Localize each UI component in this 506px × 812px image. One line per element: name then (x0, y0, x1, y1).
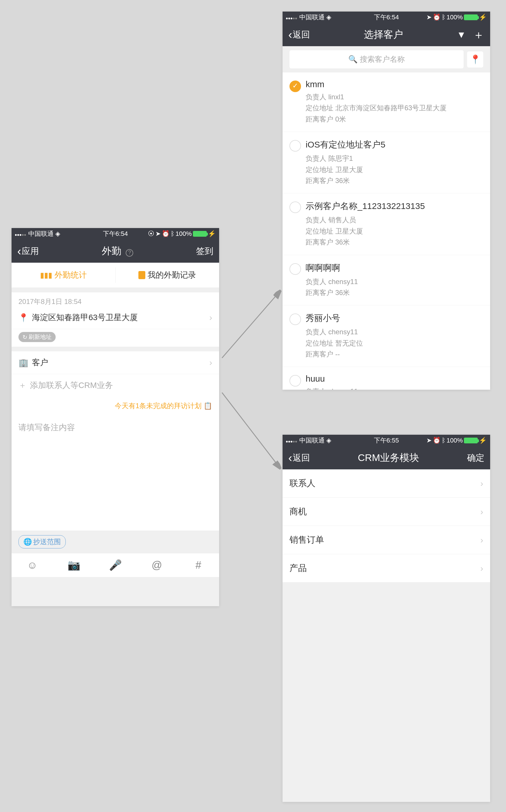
add-crm-row[interactable]: ＋ 添加联系人等CRM业务 (11, 374, 219, 397)
customer-name: huuu (306, 374, 483, 384)
status-bar: 中国联通 ◈ 下午6:54 ⦿ ➤ ⏰ ᛒ 100% ⚡ (11, 228, 219, 240)
compass-icon: ⦿ (148, 230, 154, 238)
chevron-left-icon: ‹ (17, 245, 21, 257)
voice-button[interactable]: 🎤 (95, 553, 136, 577)
radio-icon[interactable] (289, 201, 301, 213)
bluetooth-icon: ᛒ (442, 437, 445, 444)
pin-icon: 📍 (18, 313, 28, 323)
customer-meta: 负责人 chensy11定位地址 暂无定位距离客户 -- (306, 327, 483, 360)
bar-chart-icon: ▮▮▮ (40, 271, 52, 280)
checkin-button[interactable]: 签到 (196, 245, 214, 257)
crm-module-item[interactable]: 联系人› (282, 469, 490, 498)
battery-icon (193, 231, 207, 237)
chevron-left-icon: ‹ (288, 29, 292, 41)
chevron-right-icon: › (480, 507, 483, 517)
wifi-icon: ◈ (326, 14, 331, 21)
crm-module-item[interactable]: 商机› (282, 498, 490, 526)
customer-label: 客户 (32, 357, 209, 368)
location-row[interactable]: 📍 海淀区知春路甲63号卫星大厦 › (11, 306, 219, 329)
bluetooth-icon: ᛒ (171, 230, 174, 238)
chevron-right-icon: › (209, 313, 212, 323)
customer-item[interactable]: 啊啊啊啊负责人 chensy11距离客户 36米 (282, 255, 490, 306)
plus-icon: ＋ (18, 380, 26, 391)
alarm-icon: ⏰ (162, 230, 170, 238)
charging-icon: ⚡ (479, 14, 487, 21)
radio-icon[interactable] (289, 263, 301, 275)
radio-icon[interactable] (289, 140, 301, 151)
back-button[interactable]: ‹ 返回 (288, 452, 310, 464)
refresh-icon: ↻ (22, 334, 27, 341)
nav-bar: ‹ 应用 外勤 ? 签到 (11, 240, 219, 263)
customer-name: 秀丽小号 (306, 312, 483, 324)
customer-item[interactable]: kmm负责人 linxl1定位地址 北京市海淀区知春路甲63号卫星大厦距离客户 … (282, 72, 490, 132)
refresh-address-button[interactable]: ↻ 刷新地址 (18, 332, 56, 342)
status-bar: 中国联通 ◈ 下午6:54 ➤ ⏰ ᛒ 100% ⚡ (282, 11, 490, 23)
pin-icon: 📍 (470, 54, 481, 64)
crm-module-label: 产品 (289, 562, 307, 574)
plan-notice[interactable]: 今天有1条未完成的拜访计划 📋 (11, 397, 219, 415)
crm-module-label: 销售订单 (289, 534, 324, 546)
arrow-to-crm (219, 390, 282, 471)
camera-button[interactable]: 📷 (53, 553, 95, 577)
carrier-label: 中国联通 (28, 229, 54, 238)
hashtag-button[interactable]: # (178, 553, 219, 577)
customer-meta: 负责人 chensy11距离客户 36米 (306, 276, 483, 298)
mention-button[interactable]: @ (136, 553, 178, 577)
location-text: 海淀区知春路甲63号卫星大厦 (32, 312, 209, 323)
battery-icon (464, 437, 478, 444)
customer-name: 示例客户名称_1123132213135 (306, 200, 483, 212)
customer-meta: 负责人 陈思宇1定位地址 卫星大厦距离客户 36米 (306, 153, 483, 186)
tabs: ▮▮▮ 外勤统计 我的外勤记录 (11, 263, 219, 288)
wifi-icon: ◈ (326, 437, 331, 444)
tab-records[interactable]: 我的外勤记录 (115, 263, 220, 287)
back-label: 应用 (22, 245, 39, 257)
status-time: 下午6:54 (103, 229, 128, 238)
confirm-button[interactable]: 确定 (467, 452, 484, 464)
arrow-to-customers (219, 289, 282, 361)
back-button[interactable]: ‹ 返回 (288, 29, 310, 41)
help-icon[interactable]: ? (126, 249, 133, 257)
customer-item[interactable]: huuu负责人 chensy11 (282, 367, 490, 390)
alarm-icon: ⏰ (433, 14, 440, 21)
charging-icon: ⚡ (208, 230, 216, 238)
screen-crm-modules: 中国联通 ◈ 下午6:55 ➤ ⏰ ᛒ 100% ⚡ ‹ 返回 CRM业务模块 … (282, 435, 490, 802)
radio-icon[interactable] (289, 375, 301, 387)
timestamp: 2017年8月1日 18:54 (11, 292, 219, 306)
page-title: 选择客户 (310, 28, 457, 41)
crm-module-item[interactable]: 销售订单› (282, 526, 490, 554)
customer-name: iOS有定位地址客户5 (306, 139, 483, 151)
crm-module-label: 商机 (289, 506, 307, 518)
cc-scope-button[interactable]: 🌐 抄送范围 (18, 535, 66, 548)
customer-name: kmm (306, 79, 483, 89)
battery-pct: 100% (176, 230, 192, 238)
customer-row[interactable]: 🏢 客户 › (11, 351, 219, 374)
customer-item[interactable]: iOS有定位地址客户5负责人 陈思宇1定位地址 卫星大厦距离客户 36米 (282, 132, 490, 193)
customer-item[interactable]: 秀丽小号负责人 chensy11定位地址 暂无定位距离客户 -- (282, 306, 490, 367)
nav-bar: ‹ 返回 选择客户 ▼ ＋ (282, 23, 490, 46)
chevron-right-icon: › (209, 358, 212, 367)
add-icon[interactable]: ＋ (473, 27, 484, 43)
search-input[interactable]: 🔍 搜索客户名称 (289, 50, 463, 68)
svg-line-1 (222, 393, 280, 468)
charging-icon: ⚡ (479, 437, 487, 444)
notes-textarea[interactable]: 请填写备注内容 (11, 415, 219, 531)
location-section: 2017年8月1日 18:54 📍 海淀区知春路甲63号卫星大厦 › ↻ 刷新地… (11, 292, 219, 347)
emoji-button[interactable]: ☺ (11, 553, 53, 577)
filter-icon[interactable]: ▼ (457, 29, 466, 40)
customer-meta: 负责人 销售人员定位地址 卫星大厦距离客户 36米 (306, 214, 483, 248)
customer-name: 啊啊啊啊 (306, 262, 483, 274)
status-bar: 中国联通 ◈ 下午6:55 ➤ ⏰ ᛒ 100% ⚡ (282, 435, 490, 446)
alarm-icon: ⏰ (433, 437, 440, 444)
signal-dots-icon (286, 14, 298, 21)
customer-item[interactable]: 示例客户名称_1123132213135负责人 销售人员定位地址 卫星大厦距离客… (282, 193, 490, 255)
crm-module-item[interactable]: 产品› (282, 554, 490, 583)
radio-icon[interactable] (289, 80, 301, 92)
tab-stats[interactable]: ▮▮▮ 外勤统计 (11, 263, 115, 287)
locate-button[interactable]: 📍 (467, 51, 483, 68)
radio-icon[interactable] (289, 314, 301, 325)
back-button[interactable]: ‹ 应用 (17, 245, 39, 257)
chevron-right-icon: › (480, 479, 483, 488)
page-title: 外勤 ? (39, 245, 196, 258)
location-arrow-icon: ➤ (426, 14, 432, 21)
search-icon: 🔍 (348, 55, 359, 64)
